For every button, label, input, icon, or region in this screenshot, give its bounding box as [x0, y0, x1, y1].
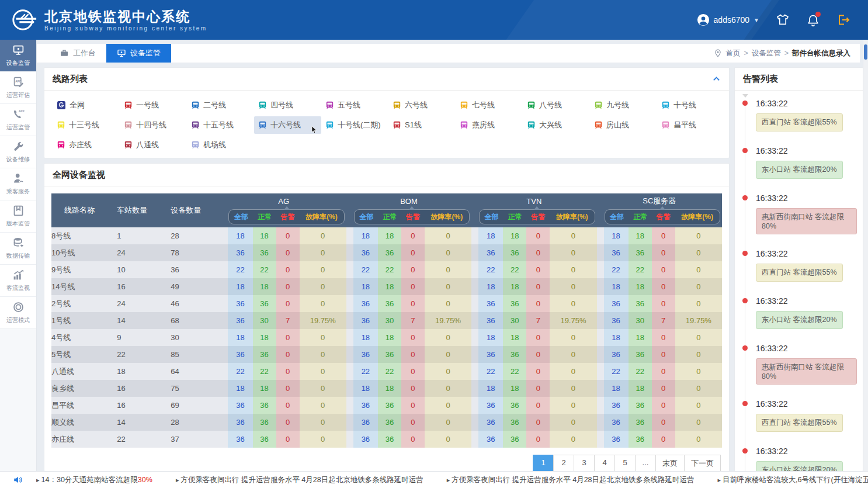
table-row-5号线[interactable]: 5号线2285363600363600363600363600: [51, 346, 722, 363]
breadcrumb-item[interactable]: 首页: [725, 49, 740, 58]
network-icon: [57, 101, 65, 109]
table-row-8号线[interactable]: 8号线128181800181800181800181800: [51, 227, 722, 244]
line-item-S1线[interactable]: S1线: [388, 116, 456, 134]
sidebar-item-运营监管[interactable]: ACC运营监管: [0, 104, 36, 136]
sub-header: 故障率(%): [550, 212, 595, 222]
page-1[interactable]: 1: [533, 455, 554, 472]
alarm-time: 16:33:22: [756, 399, 857, 409]
page-2[interactable]: 2: [553, 455, 574, 472]
sub-header: 正常: [504, 212, 526, 222]
table-row-亦庄线[interactable]: 亦庄线2237363600363600363600363600: [51, 431, 722, 448]
line-item-机场线[interactable]: 机场线: [187, 136, 254, 154]
table-row-良乡线[interactable]: 良乡线1675181800181800181800181800: [51, 380, 722, 397]
page-scrollbar-thumb[interactable]: [864, 44, 867, 60]
line-item-七号线[interactable]: 七号线: [456, 96, 523, 114]
tab-工作台[interactable]: 工作台: [49, 44, 106, 63]
sub-header: 全部: [480, 212, 504, 222]
line-item-昌平线[interactable]: 昌平线: [657, 116, 724, 134]
alarm-message[interactable]: 东小口站 客流超限20%: [756, 161, 843, 179]
alarm-message[interactable]: 西直门站 客流超限55%: [756, 113, 843, 131]
page-...[interactable]: ...: [635, 455, 656, 472]
alarm-time: 16:33:22: [756, 344, 857, 353]
sub-header: 告警: [276, 212, 299, 222]
line-item-六号线[interactable]: 六号线: [388, 96, 456, 114]
line-item-八号线[interactable]: 八号线: [523, 96, 590, 114]
table-row-昌平线[interactable]: 昌平线1669363600363600363600363600: [51, 397, 722, 414]
page-3[interactable]: 3: [574, 455, 595, 472]
line-item-八通线[interactable]: 八通线: [120, 136, 187, 154]
table-row-八通线[interactable]: 八通线1864222200222200222200222200: [51, 363, 722, 380]
sidebar-item-版本监管[interactable]: 版本监管: [0, 200, 36, 233]
breadcrumb-item[interactable]: 设备监管: [752, 49, 781, 58]
line-item-大兴线[interactable]: 大兴线: [523, 116, 590, 134]
page-4[interactable]: 4: [594, 455, 615, 472]
user-menu[interactable]: adds6700 ▼: [697, 13, 759, 26]
notifications-bell-icon[interactable]: [806, 13, 820, 27]
sidebar-item-数据传输[interactable]: 数据传输: [0, 233, 36, 265]
logout-icon[interactable]: [836, 13, 850, 27]
alarm-message[interactable]: 西直门站 客流超限55%: [756, 264, 843, 282]
sub-header-box: 全部正常告警故障率(%): [354, 209, 470, 224]
news-ticker: ▸14：30分天通苑南站客流超限30%▸方便乘客夜间出行 提升运营服务水平 4月…: [0, 471, 868, 488]
line-item-五号线[interactable]: 五号线: [321, 96, 388, 114]
table-row-10号线[interactable]: 10号线2478363600363600363600363600: [51, 244, 722, 261]
alarm-dot-icon: [742, 148, 748, 153]
table-row-9号线[interactable]: 9号线1036222200222200222200222200: [51, 261, 722, 278]
line-item-燕房线[interactable]: 燕房线: [456, 116, 523, 134]
alarm-message[interactable]: 惠新西街南口站 客流超限80%: [756, 358, 857, 385]
table-row-顺义线[interactable]: 顺义线1428363600363600363600363600: [51, 414, 722, 431]
alarm-item: 16:33:22西直门站 客流超限55%: [743, 249, 857, 282]
tab-设备监管[interactable]: 设备监管: [106, 44, 171, 63]
line-item-十六号线[interactable]: 十六号线: [254, 116, 321, 134]
page-下一页[interactable]: 下一页: [684, 455, 721, 472]
line-item-九号线[interactable]: 九号线: [590, 96, 657, 114]
alarm-message[interactable]: 东小口站 客流超限20%: [756, 461, 843, 471]
page-5[interactable]: 5: [614, 455, 636, 472]
sidebar-item-设备维修[interactable]: 设备维修: [0, 136, 36, 168]
page-末页[interactable]: 末页: [655, 455, 685, 472]
table-row-14号线[interactable]: 14号线1649181800181800181800181800: [51, 278, 722, 295]
line-item-房山线[interactable]: 房山线: [590, 116, 657, 134]
alarm-dot-icon: [742, 195, 748, 200]
theme-skin-icon[interactable]: [776, 13, 790, 27]
page-scrollbar-track[interactable]: [863, 40, 868, 472]
monitor-icon: [117, 49, 126, 58]
line-item-十号线(二期)[interactable]: 十号线(二期): [321, 116, 388, 134]
sidebar-item-乘客服务[interactable]: 乘客服务: [0, 168, 36, 200]
train-icon: [124, 141, 132, 150]
sub-header-box: 全部正常告警故障率(%): [479, 209, 595, 224]
sidebar-item-运营评估[interactable]: AFC运营评估: [0, 72, 36, 104]
sidebar-item-客流监视[interactable]: 客流监视: [0, 265, 36, 297]
table-row-4号线[interactable]: 4号线930181800181800181800181800: [51, 329, 722, 346]
line-item-二号线[interactable]: 二号线: [187, 96, 254, 114]
alarm-list: 16:33:22西直门站 客流超限55%16:33:22东小口站 客流超限20%…: [735, 91, 863, 471]
line-item-一号线[interactable]: 一号线: [120, 96, 187, 114]
alarm-time: 16:33:22: [756, 447, 857, 456]
alarm-message[interactable]: 西直门站 客流超限55%: [756, 414, 843, 432]
alarm-time: 16:33:22: [756, 193, 857, 203]
table-row-1号线[interactable]: 1号线14683630719.75%3630719.75%3630719.75%…: [51, 312, 722, 329]
line-item-亦庄线[interactable]: 亦庄线: [53, 136, 120, 154]
line-item-全网[interactable]: 全网: [53, 96, 120, 114]
alarm-item: 16:33:22西直门站 客流超限55%: [743, 99, 857, 131]
line-item-十五号线[interactable]: 十五号线: [187, 116, 254, 134]
train-icon: [124, 101, 132, 110]
sidebar-item-设备监管[interactable]: 设备监管: [0, 40, 36, 72]
alarm-dot-icon: [742, 251, 748, 256]
train-icon: [326, 121, 334, 130]
line-item-十四号线[interactable]: 十四号线: [120, 116, 187, 134]
monitor-icon: [12, 44, 25, 56]
alarm-message[interactable]: 惠新西街南口站 客流超限80%: [756, 208, 857, 234]
table-row-2号线[interactable]: 2号线2446363600363600363600363600: [51, 295, 722, 312]
sidebar-item-运营模式[interactable]: 运营模式: [0, 297, 36, 329]
line-item-十号线[interactable]: 十号线: [657, 96, 724, 114]
collapse-chevron-up-icon[interactable]: [712, 75, 721, 84]
train-icon: [595, 101, 602, 110]
line-item-四号线[interactable]: 四号线: [254, 96, 321, 114]
alarm-message[interactable]: 东小口站 客流超限20%: [756, 311, 843, 329]
sub-header: 全部: [355, 212, 379, 222]
avatar: [697, 13, 710, 26]
sub-header: 告警: [527, 212, 550, 222]
alarm-dot-icon: [742, 345, 748, 351]
line-item-十三号线[interactable]: 十三号线: [53, 116, 120, 134]
